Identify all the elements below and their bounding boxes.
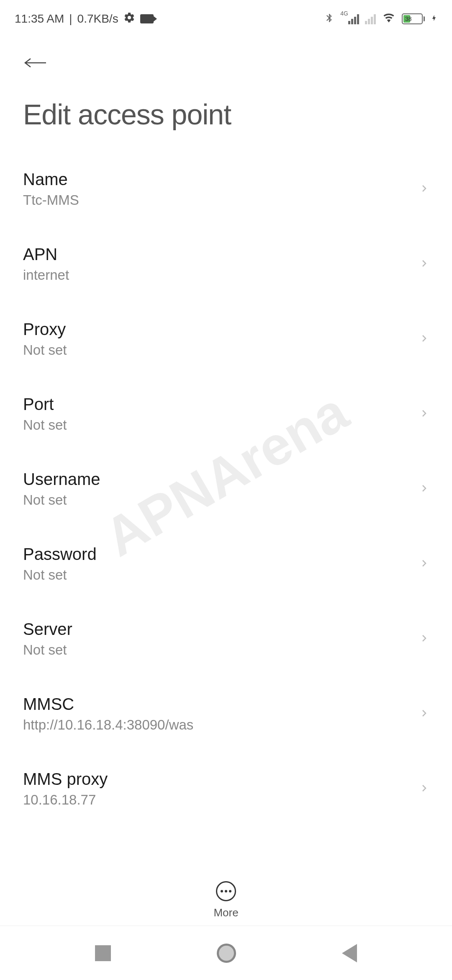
- setting-value: Not set: [23, 417, 67, 433]
- setting-label: APN: [23, 245, 69, 264]
- status-data-rate: 0.7KB/s: [77, 12, 118, 26]
- setting-value: Not set: [23, 567, 97, 583]
- setting-label: MMSC: [23, 695, 193, 714]
- chevron-right-icon: [419, 555, 429, 573]
- status-right: 4G 38: [324, 12, 437, 26]
- page-title: Edit access point: [23, 98, 429, 131]
- more-label: More: [213, 906, 238, 919]
- setting-row-apn[interactable]: APN internet: [0, 227, 452, 302]
- setting-row-password[interactable]: Password Not set: [0, 526, 452, 601]
- more-button[interactable]: More: [0, 871, 452, 919]
- setting-label: Password: [23, 545, 97, 564]
- nav-home-button[interactable]: [217, 944, 236, 963]
- nav-recents-button[interactable]: [95, 945, 111, 961]
- battery-percent: 38: [405, 15, 412, 22]
- setting-row-server[interactable]: Server Not set: [0, 601, 452, 676]
- more-icon: [216, 881, 236, 901]
- status-left: 11:35 AM | 0.7KB/s: [15, 12, 154, 26]
- header: Edit access point: [0, 34, 452, 139]
- signal-strength-icon-2: [365, 13, 376, 24]
- setting-label: Server: [23, 620, 72, 639]
- status-bar: 11:35 AM | 0.7KB/s 4G: [0, 0, 452, 34]
- battery-icon: 38: [402, 13, 425, 24]
- setting-label: Username: [23, 470, 100, 489]
- setting-row-port[interactable]: Port Not set: [0, 377, 452, 451]
- status-separator: |: [69, 12, 72, 26]
- setting-value: internet: [23, 267, 69, 283]
- setting-label: MMS proxy: [23, 770, 108, 789]
- network-4g-label: 4G: [340, 10, 348, 17]
- gear-icon: [123, 12, 135, 26]
- chevron-right-icon: [419, 480, 429, 498]
- setting-value: http://10.16.18.4:38090/was: [23, 717, 193, 733]
- chevron-right-icon: [419, 405, 429, 423]
- setting-value: Not set: [23, 492, 100, 508]
- chevron-right-icon: [419, 180, 429, 199]
- setting-value: Not set: [23, 642, 72, 658]
- setting-row-mmsc[interactable]: MMSC http://10.16.18.4:38090/was: [0, 676, 452, 751]
- setting-label: Port: [23, 395, 67, 414]
- setting-row-proxy[interactable]: Proxy Not set: [0, 302, 452, 377]
- setting-value: Not set: [23, 342, 67, 358]
- setting-value: 10.16.18.77: [23, 792, 108, 808]
- bluetooth-icon: [324, 12, 334, 26]
- setting-value: Ttc-MMS: [23, 192, 79, 208]
- status-time: 11:35 AM: [15, 12, 64, 26]
- setting-row-name[interactable]: Name Ttc-MMS: [0, 152, 452, 227]
- chevron-right-icon: [419, 780, 429, 798]
- chevron-right-icon: [419, 630, 429, 648]
- chevron-right-icon: [419, 255, 429, 273]
- camera-icon: [140, 14, 154, 23]
- chevron-right-icon: [419, 330, 429, 348]
- wifi-icon: [382, 12, 396, 26]
- settings-list: Name Ttc-MMS APN internet Proxy Not set …: [0, 139, 452, 839]
- setting-label: Proxy: [23, 320, 67, 339]
- back-button[interactable]: [23, 54, 48, 73]
- navigation-bar: [0, 926, 452, 980]
- setting-row-username[interactable]: Username Not set: [0, 451, 452, 526]
- setting-row-mms-proxy[interactable]: MMS proxy 10.16.18.77: [0, 751, 452, 826]
- nav-back-button[interactable]: [342, 944, 357, 962]
- charging-icon: [431, 13, 437, 25]
- signal-strength-icon: [348, 13, 359, 24]
- chevron-right-icon: [419, 705, 429, 723]
- setting-label: Name: [23, 170, 79, 189]
